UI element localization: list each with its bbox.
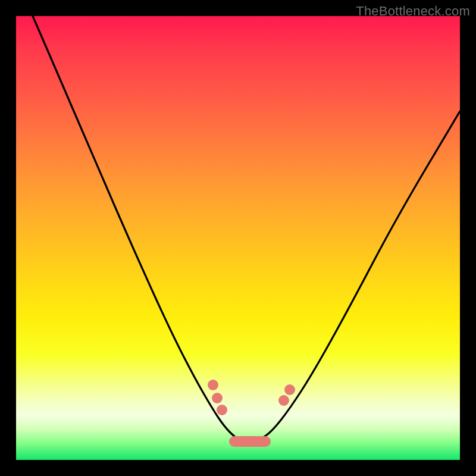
bead-left-1 <box>212 393 223 403</box>
bottleneck-curve <box>33 16 460 443</box>
trough-bar <box>229 436 271 447</box>
bead-right-0 <box>278 395 289 406</box>
plot-area <box>16 16 460 460</box>
bead-left-2 <box>217 405 227 415</box>
curve-markers <box>208 380 295 447</box>
bead-left-0 <box>208 380 218 390</box>
bead-right-1 <box>284 384 295 395</box>
curve-svg <box>16 16 460 460</box>
chart-frame: TheBottleneck.com <box>0 0 476 476</box>
watermark-text: TheBottleneck.com <box>356 4 470 19</box>
